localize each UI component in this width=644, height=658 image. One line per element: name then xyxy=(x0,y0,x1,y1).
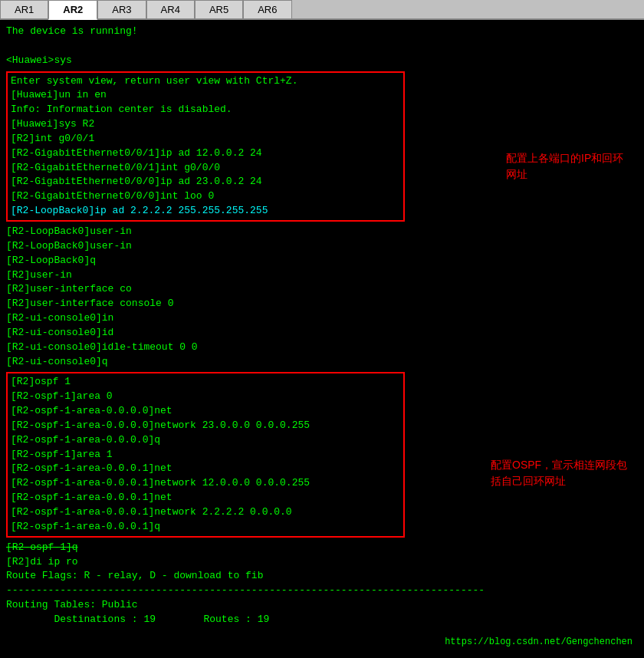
annotation-ospf: 配置OSPF，宣示相连网段包括自己回环网址 xyxy=(491,457,636,489)
tab-ar3[interactable]: AR3 xyxy=(97,0,146,18)
divider-line: ----------------------------------------… xyxy=(6,584,638,598)
prompt-line: <Huawei>sys xyxy=(6,54,638,68)
device-running-line: The device is running! xyxy=(6,25,638,39)
terminal: The device is running! <Huawei>sys Enter… xyxy=(0,20,644,655)
tabs-bar: AR1 AR2 AR3 AR4 AR5 AR6 xyxy=(0,0,644,20)
url-label: https://blog.csdn.net/Gengchenchen xyxy=(445,637,632,647)
ospf-quit-line: [R2-ospf-1]q xyxy=(6,541,638,555)
annotation-ip: 配置上各端口的IP和回环网址 xyxy=(506,150,629,183)
tab-ar2[interactable]: AR2 xyxy=(48,0,97,20)
tab-ar4[interactable]: AR4 xyxy=(146,0,195,18)
tab-ar6[interactable]: AR6 xyxy=(243,0,291,18)
destinations-line: Destinations : 19 Routes : 19 xyxy=(6,613,638,627)
ospf-config-box: [R2]ospf 1 [R2-ospf-1]area 0 [R2-ospf-1-… xyxy=(6,372,405,537)
ip-config-box: Enter system view, return user view with… xyxy=(6,71,405,222)
tab-ar5[interactable]: AR5 xyxy=(195,0,243,18)
tab-ar1[interactable]: AR1 xyxy=(0,0,48,18)
